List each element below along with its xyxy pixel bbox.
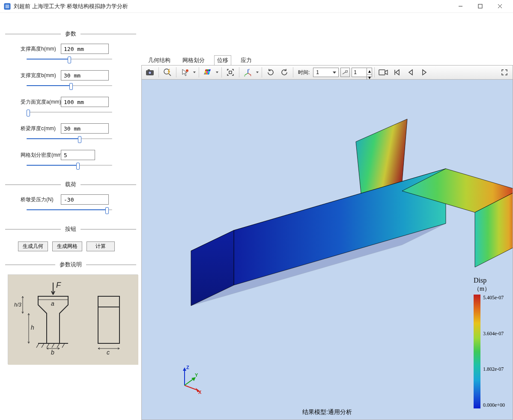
tab-stress[interactable]: 应力 [238,56,254,65]
legend-tick: 3.604e-07 [483,331,505,337]
zoom-lightning-icon[interactable] [161,66,174,78]
group-params: 参数 [61,30,81,38]
camera-video-icon[interactable] [377,66,390,78]
param-h-label: 支撑高度h(mm) [21,45,61,53]
select-mode-icon[interactable] [179,66,191,78]
legend-unit: （m） [474,285,505,293]
svg-text:h/3: h/3 [14,302,21,308]
time-label: 时间: [295,69,312,76]
param-h-input[interactable] [61,44,109,54]
first-frame-icon[interactable] [391,66,403,78]
expand-viewport-icon[interactable] [498,66,511,78]
rotate-cw-icon[interactable] [264,66,277,78]
tab-mesh[interactable]: 网格划分 [180,56,207,65]
param-b-label: 支撑宽度b(mm) [21,72,61,79]
legend-tick: 0.000e+00 [483,402,505,408]
tab-bar: 几何结构 网格划分 位移 应力 [141,56,513,65]
load-f-slider[interactable] [27,206,112,213]
minimize-button[interactable] [450,0,470,13]
window-title: 刘超前 上海理工大学 桥墩结构模拟静力学分析 [14,3,450,10]
play-icon[interactable] [418,66,431,78]
svg-point-23 [186,69,188,72]
svg-rect-42 [379,70,385,75]
close-button[interactable] [490,0,510,13]
frame-spinner[interactable]: 1▴▾ [352,68,372,77]
colormap-icon[interactable] [201,66,214,78]
svg-rect-20 [148,69,150,71]
maximize-button[interactable] [470,0,490,13]
group-explain: 参数说明 [55,261,86,268]
param-c-label: 桥梁厚度c(mm) [21,125,61,132]
svg-text:Z: Z [186,365,189,370]
svg-text:x: x [250,74,251,77]
svg-text:h: h [31,324,34,331]
svg-point-19 [149,71,152,74]
legend-tick: 1.802e-07 [483,366,505,372]
app-icon [3,3,11,10]
snapshot-icon[interactable] [143,66,156,78]
svg-text:y: y [244,74,245,77]
model-render [167,110,513,349]
param-c-input[interactable] [61,123,109,134]
load-f-input[interactable] [61,194,109,205]
prev-frame-icon[interactable] [404,66,417,78]
param-c-slider[interactable] [27,135,112,142]
param-a-input[interactable] [61,97,109,107]
generate-geometry-button[interactable]: 生成几何 [18,241,48,251]
svg-rect-41 [346,71,347,72]
param-mesh-label: 网格划分密度(mm) [21,152,61,159]
titlebar: 刘超前 上海理工大学 桥墩结构模拟静力学分析 [0,0,513,13]
svg-text:z: z [248,68,250,71]
svg-text:Y: Y [195,372,198,378]
param-b-input[interactable] [61,70,109,80]
svg-text:F: F [56,281,61,289]
result-model-label: 结果模型:通用分析 [302,408,352,416]
param-mesh-input[interactable] [61,150,95,160]
rotate-ccw-icon[interactable] [278,66,291,78]
color-legend: Disp （m） 5.405e-07 3.604e-07 1.802e-07 0… [474,277,505,408]
time-select[interactable]: 1 [313,68,339,77]
tab-displacement[interactable]: 位移 [214,55,231,65]
tab-geometry[interactable]: 几何结构 [146,56,173,65]
calculate-button[interactable]: 计算 [86,241,115,251]
orientation-triad: Z Y X [176,364,206,394]
group-load: 载荷 [61,181,81,188]
svg-text:X: X [198,390,202,394]
legend-tick: 5.405e-07 [483,295,505,301]
svg-text:a: a [51,300,54,307]
side-panel: 参数 支撑高度h(mm) 支撑宽度b(mm) 受力面宽度a(mm) 桥梁厚度c(… [0,13,141,420]
svg-line-36 [245,73,248,75]
main-area: 几何结构 网格划分 位移 应力 zxy 时间: 1 [141,13,513,420]
generate-mesh-button[interactable]: 生成网格 [52,241,82,251]
viewport-3d[interactable]: Z Y X Disp （m） 5.405e-07 3.604e-07 1.802… [141,80,513,420]
svg-line-22 [169,74,171,76]
colormap-dropdown[interactable] [215,71,219,73]
svg-text:c: c [107,349,110,356]
fit-view-icon[interactable] [224,66,237,78]
viewport-toolbar: zxy 时间: 1 1▴▾ [141,65,513,80]
svg-text:b: b [51,349,54,356]
legend-title: Disp [474,277,505,284]
svg-line-45 [185,385,198,390]
axes-orientation-dropdown[interactable] [255,71,259,73]
step-slider-button[interactable] [340,68,350,77]
param-mesh-slider[interactable] [27,162,112,169]
svg-rect-1 [478,4,482,8]
svg-rect-2 [8,275,138,365]
axes-orientation-icon[interactable]: zxy [242,66,254,78]
svg-line-46 [185,378,194,385]
group-buttons: 按钮 [61,225,81,233]
param-a-label: 受力面宽度a(mm) [21,98,61,106]
param-sketch-image: F a h h/3 b c [8,274,138,364]
load-f-label: 桥墩受压力(N) [21,196,61,203]
param-b-slider[interactable] [27,82,112,89]
param-h-slider[interactable] [27,56,112,63]
svg-rect-33 [229,71,232,74]
select-mode-dropdown[interactable] [192,71,197,73]
param-a-slider[interactable] [27,109,112,116]
legend-bar [474,295,480,408]
